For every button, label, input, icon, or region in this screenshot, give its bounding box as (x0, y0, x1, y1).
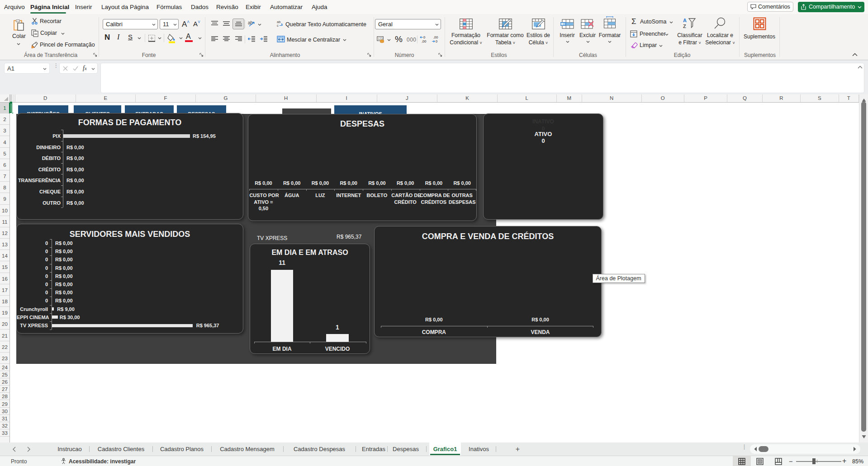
svg-text:,00: ,00 (433, 35, 438, 39)
svg-text:Z: Z (683, 24, 686, 29)
svg-text:0: 0 (423, 35, 425, 39)
svg-text:A: A (683, 18, 687, 23)
svg-text:c: c (277, 24, 279, 28)
svg-text:,00: ,00 (422, 39, 426, 43)
svg-text:0: 0 (436, 39, 437, 43)
svg-text:ab: ab (248, 20, 253, 25)
